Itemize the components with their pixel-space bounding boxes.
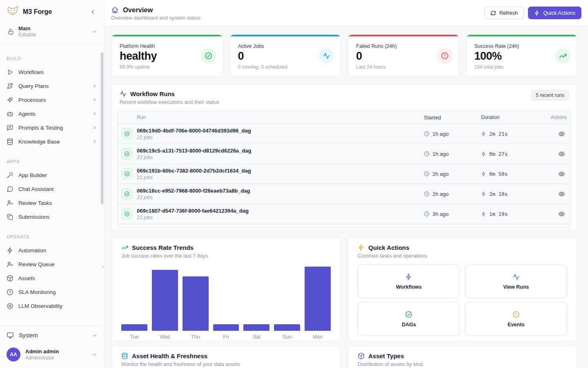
view-run-button[interactable] [557, 129, 567, 139]
run-started: 3h ago [432, 211, 449, 217]
refresh-icon [490, 10, 496, 16]
chevron-down-icon [91, 332, 98, 339]
sidebar-item-assets[interactable]: Assets [0, 271, 104, 285]
quick-action-workflows[interactable]: Workflows [358, 265, 460, 298]
table-row[interactable]: 069c18cc-e952-7968-8000-f26eaeb73a8b_dag… [118, 184, 571, 204]
sidebar-item-automation[interactable]: Automation [0, 243, 104, 257]
sidebar-item-knowledge-base[interactable]: Knowledge Base [0, 135, 104, 148]
package-icon [358, 352, 365, 359]
collapse-sidebar-button[interactable] [88, 7, 98, 17]
table-row[interactable]: 069c19c5-a131-7513-8000-d8129cd6226a_dag… [118, 144, 571, 164]
view-run-button[interactable] [557, 189, 567, 199]
bar-label: Tue [121, 334, 147, 340]
system-label: System [19, 332, 87, 339]
asset-types-card: Asset Types Distribution of assets by ki… [347, 346, 577, 368]
check-circle-icon [405, 311, 412, 318]
view-run-button[interactable] [557, 209, 567, 219]
clock-icon [424, 151, 430, 157]
clock-icon [424, 171, 430, 177]
refresh-button[interactable]: Refresh [484, 7, 524, 19]
workflow-runs-title: Workflow Runs [130, 90, 175, 97]
chevron-right-icon [92, 111, 98, 117]
nav-section-label: OPERATE [0, 234, 104, 239]
bar-label: Fri [213, 334, 239, 340]
stat-value: healthy [120, 50, 214, 63]
main-area: Overview Overview dashboard and system s… [105, 0, 588, 368]
chevron-down-icon [91, 352, 98, 358]
sidebar-item-chat-assistant[interactable]: Chat Assistant [0, 182, 104, 196]
quick-action-view-runs[interactable]: View Runs [465, 265, 568, 298]
stat-accent-bar [466, 35, 577, 36]
sidebar-item-sla-monitoring[interactable]: SLA Monitoring [0, 285, 104, 299]
refresh-label: Refresh [499, 10, 518, 16]
nav-section-build: BUILDWorkflowsQuery PlansProcessorsAgent… [0, 56, 104, 148]
logo-row: 3 M3 Forge [0, 0, 104, 21]
run-jobs: 22 jobs [137, 215, 249, 220]
stat-label: Success Rate (24h) [474, 43, 569, 49]
clock-icon [424, 191, 430, 197]
nav-section-label: BUILD [0, 56, 104, 61]
activity-icon [323, 52, 330, 60]
route-icon [7, 83, 13, 90]
table-row[interactable]: 069c191b-60bc-7382-8000-2d7b2dcf1634_dag… [118, 164, 571, 184]
sidebar-scrollbar[interactable] [101, 52, 103, 322]
zap-icon [481, 131, 486, 137]
scroll-down-indicator-icon: ▾ [102, 265, 104, 269]
sidebar-item-submissions[interactable]: Submissions [0, 210, 104, 224]
zap-icon [481, 171, 486, 177]
run-name: 069c19d0-4bdf-706e-8000-04746d393d96_dag [137, 128, 251, 134]
asset-health-title: Asset Health & Freshness [132, 352, 207, 359]
user-check-icon [7, 200, 13, 206]
user-role: Administrator [25, 355, 87, 361]
asset-health-card: Asset Health & Freshness Monitor the hea… [111, 346, 341, 368]
user-check-icon [7, 261, 13, 268]
sidebar-item-review-queue[interactable]: Review Queue [0, 257, 104, 271]
bar-label: Thu [183, 334, 209, 340]
sidebar-item-query-plans[interactable]: Query Plans [0, 79, 104, 93]
bar-label: Wed [152, 334, 178, 340]
sidebar-item-workflows[interactable]: Workflows [0, 65, 104, 79]
quick-actions-button[interactable]: Quick Actions [528, 7, 581, 19]
asset-types-title: Asset Types [368, 352, 404, 359]
quick-action-dags[interactable]: DAGs [358, 302, 460, 336]
run-started: 1h ago [432, 131, 449, 137]
user-menu[interactable]: AA Admin admin Administrator [0, 344, 104, 368]
eye-icon [558, 211, 565, 218]
stat-label: Active Jobs [238, 43, 333, 49]
run-started: 2h ago [432, 171, 449, 177]
sidebar-item-llm-observability[interactable]: LLM Observability [0, 299, 104, 313]
sparkles-icon [7, 96, 13, 103]
page-subtitle: Overview dashboard and system status [111, 15, 200, 21]
chevron-right-icon [92, 83, 98, 89]
stat-card-active-jobs: Active Jobs00 running, 0 scheduled [229, 34, 341, 77]
home-icon [111, 6, 119, 14]
stat-sub: 154 total jobs [474, 64, 569, 70]
view-run-button[interactable] [557, 149, 567, 159]
sidebar-item-app-builder[interactable]: App Builder [0, 168, 104, 182]
stat-sub: Last 24 hours [356, 64, 451, 70]
sidebar-item-processors[interactable]: Processors [0, 93, 104, 107]
sidebar-scrollbar-thumb[interactable] [101, 52, 103, 204]
sidebar-item-review-tasks[interactable]: Review Tasks [0, 196, 104, 210]
table-row[interactable]: 069c1807-d547-736f-8000-fae64212394a_dag… [118, 204, 571, 224]
run-name: 069c1807-d547-736f-8000-fae64212394a_dag [137, 208, 249, 214]
bar-label: Sun [274, 334, 300, 340]
chevron-down-icon [91, 352, 98, 358]
chevron-right-icon [92, 139, 98, 144]
workspace-selector[interactable]: Main Editable [0, 21, 104, 44]
sidebar-item-agents[interactable]: Agents [0, 107, 104, 121]
quick-action-events[interactable]: Events [465, 302, 568, 336]
sidebar-item-system[interactable]: System [0, 326, 104, 344]
message-circle-icon [7, 186, 13, 193]
sidebar-item-prompts-testing[interactable]: Prompts & Testing [0, 121, 104, 135]
home-icon [111, 6, 119, 14]
clock-icon [424, 131, 430, 137]
table-row[interactable]: 069c19d0-4bdf-706e-8000-04746d393d96_dag… [118, 123, 571, 144]
wand-icon [7, 172, 13, 179]
view-run-button[interactable] [557, 169, 567, 179]
bar-label: Sat [243, 334, 270, 340]
run-name: 069c19c5-a131-7513-8000-d8129cd6226a_dag [137, 148, 251, 154]
chevron-down-icon [91, 29, 98, 35]
scan-eye-icon [7, 303, 13, 310]
chevron-down-icon [91, 29, 98, 35]
